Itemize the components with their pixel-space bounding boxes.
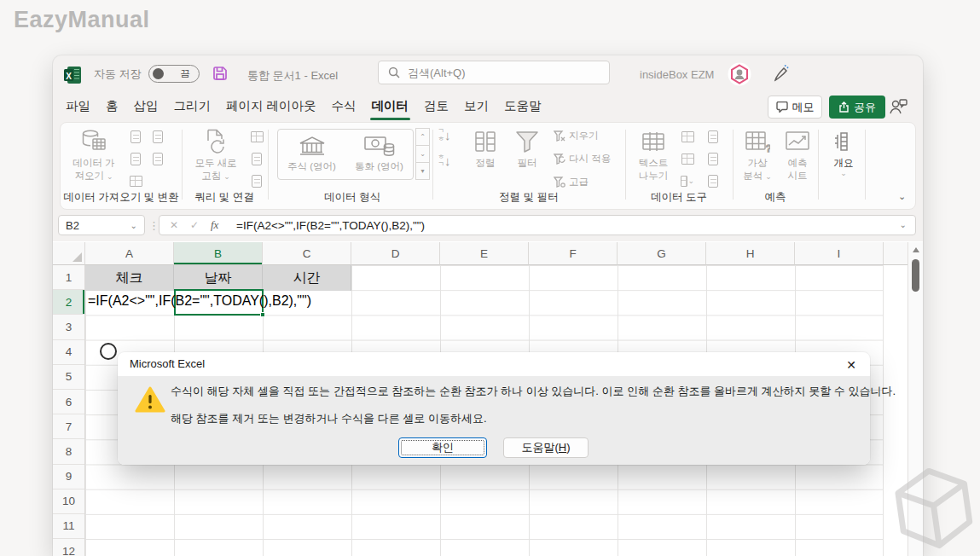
comments-button[interactable]: 메모 bbox=[768, 96, 822, 119]
row-header-3[interactable]: 3 bbox=[53, 315, 84, 339]
row-header-7[interactable]: 7 bbox=[53, 414, 84, 439]
edit-links-icon[interactable] bbox=[250, 174, 264, 188]
row-header-11[interactable]: 11 bbox=[53, 514, 84, 539]
existing-connections-icon[interactable] bbox=[151, 152, 165, 165]
tab-help[interactable]: 도움말 bbox=[502, 96, 543, 119]
help-button[interactable]: 도움말(H) bbox=[503, 437, 589, 458]
row-header-6[interactable]: 6 bbox=[53, 390, 84, 414]
search-input[interactable] bbox=[378, 61, 610, 84]
advanced-filter-button[interactable]: 고급 bbox=[554, 176, 589, 188]
cell-b2-editing-formula[interactable]: =IF(A2<>"",IF(B2="",TODAY(),B2),"") bbox=[88, 293, 311, 309]
relationships-icon[interactable] bbox=[706, 152, 720, 165]
autosave-control[interactable]: 자동 저장 끔 bbox=[94, 65, 200, 83]
gallery-more-button[interactable]: ▾ bbox=[415, 162, 430, 180]
row-header-8[interactable]: 8 bbox=[53, 439, 84, 464]
column-header-e[interactable]: E bbox=[440, 242, 529, 265]
ok-button[interactable]: 확인 bbox=[398, 437, 487, 458]
outline-button[interactable]: 개요 ⌄ bbox=[828, 128, 859, 177]
row-header-12[interactable]: 12 bbox=[53, 539, 84, 556]
tab-formulas[interactable]: 수식 bbox=[330, 96, 358, 119]
cell-c1[interactable]: 시간 bbox=[263, 265, 351, 291]
fill-handle[interactable] bbox=[260, 312, 265, 317]
tab-draw[interactable]: 그리기 bbox=[172, 96, 213, 119]
column-header-d[interactable]: D bbox=[351, 242, 440, 265]
from-table-range-icon[interactable] bbox=[129, 174, 142, 188]
dialog-close-button[interactable]: ✕ bbox=[841, 355, 861, 375]
tab-view[interactable]: 보기 bbox=[462, 96, 490, 119]
column-header-b[interactable]: B bbox=[174, 242, 263, 265]
autosave-toggle[interactable]: 끔 bbox=[148, 65, 200, 83]
recent-sources-icon[interactable] bbox=[151, 130, 165, 143]
forecast-sheet-button[interactable]: 예측 시트 bbox=[779, 128, 816, 182]
remove-duplicates-icon[interactable] bbox=[681, 152, 694, 165]
share-button[interactable]: 공유 bbox=[829, 96, 885, 119]
tab-page-layout[interactable]: 페이지 레이아웃 bbox=[224, 96, 318, 119]
sort-ascending-button[interactable]: ㄱㅎ ↓ bbox=[438, 128, 451, 142]
filter-button[interactable]: 필터 bbox=[507, 128, 547, 170]
row-header-10[interactable]: 10 bbox=[53, 489, 84, 514]
cell-a1[interactable]: 체크 bbox=[85, 265, 174, 291]
formula-bar-expand-chevron[interactable]: ⌄ bbox=[900, 220, 907, 229]
queries-connections-icon[interactable] bbox=[250, 130, 264, 143]
comments-button-label: 메모 bbox=[792, 100, 815, 115]
column-header-h[interactable]: H bbox=[706, 242, 795, 265]
formula-cancel-icon[interactable]: ✕ bbox=[170, 219, 178, 231]
tab-insert[interactable]: 삽입 bbox=[132, 96, 160, 119]
gallery-scroll-up[interactable]: ⌃ bbox=[415, 128, 430, 146]
get-data-button[interactable]: 데이터 가 져오기 ⌄ bbox=[66, 128, 122, 182]
name-box[interactable]: B2 ⌄ bbox=[58, 215, 145, 235]
from-text-csv-icon[interactable] bbox=[129, 130, 142, 143]
scrollbar-thumb[interactable] bbox=[912, 259, 919, 292]
formula-bar-input[interactable]: =IF(A2<>"",IF(B2="",TODAY(),B2),"") bbox=[236, 219, 425, 232]
sort-descending-button[interactable]: ㅎㄱ ↓ bbox=[438, 153, 451, 168]
refresh-all-button[interactable]: 모두 새로 고침 ⌄ bbox=[188, 128, 243, 182]
data-validation-icon[interactable]: ⌄ bbox=[681, 174, 694, 188]
stocks-data-type[interactable]: 주식 (영어) bbox=[278, 130, 345, 179]
consolidate-icon[interactable] bbox=[706, 130, 720, 143]
column-header-f[interactable]: F bbox=[529, 242, 618, 265]
tab-review[interactable]: 검토 bbox=[422, 96, 450, 119]
ink-pen-icon[interactable] bbox=[772, 65, 791, 82]
column-header-g[interactable]: G bbox=[618, 242, 706, 265]
formula-bar: ✕ ✓ fx =IF(A2<>"",IF(B2="",TODAY(),B2),"… bbox=[159, 215, 916, 235]
autosave-state: 끔 bbox=[180, 67, 190, 80]
sort-button[interactable]: 정렬 bbox=[465, 128, 506, 170]
clear-filter-button[interactable]: 지우기 bbox=[554, 130, 599, 142]
select-all-corner[interactable] bbox=[53, 242, 85, 265]
insert-function-icon[interactable]: fx bbox=[211, 218, 218, 232]
text-to-columns-button[interactable]: 텍스트 나누기 bbox=[632, 128, 675, 182]
row-header-5[interactable]: 5 bbox=[53, 365, 84, 390]
people-comment-icon[interactable] bbox=[889, 98, 908, 115]
reapply-filter-button[interactable]: 다시 적용 bbox=[554, 153, 611, 165]
account-avatar[interactable] bbox=[728, 62, 751, 86]
row-header-9[interactable]: 9 bbox=[53, 465, 84, 489]
tab-file[interactable]: 파일 bbox=[64, 96, 92, 119]
save-icon[interactable] bbox=[212, 66, 228, 81]
currency-data-type[interactable]: 통화 (영어) bbox=[345, 130, 413, 179]
ribbon-collapse-chevron[interactable]: ⌄ bbox=[898, 191, 906, 202]
ribbon-tab-bar: 파일 홈 삽입 그리기 페이지 레이아웃 수식 데이터 검토 보기 도움말 bbox=[64, 96, 543, 120]
what-if-analysis-button[interactable]: ? 가상 분석 ⌄ bbox=[738, 128, 777, 182]
row-header-1[interactable]: 1 bbox=[53, 265, 84, 290]
row-header-4[interactable]: 4 bbox=[53, 340, 84, 365]
cell-b1[interactable]: 날짜 bbox=[174, 265, 263, 291]
formula-enter-icon[interactable]: ✓ bbox=[190, 219, 199, 231]
from-web-icon[interactable] bbox=[129, 152, 142, 165]
text-to-columns-label-1: 텍스트 bbox=[639, 157, 669, 170]
tab-data[interactable]: 데이터 bbox=[370, 96, 411, 119]
gallery-scroll-down[interactable]: ⌄ bbox=[415, 145, 430, 163]
column-header-c[interactable]: C bbox=[263, 242, 351, 265]
tab-home[interactable]: 홈 bbox=[104, 96, 120, 119]
group-divider bbox=[268, 130, 269, 200]
properties-icon[interactable] bbox=[250, 152, 264, 165]
outline-label: 개요 bbox=[834, 157, 854, 170]
manage-data-model-icon[interactable] bbox=[706, 174, 720, 188]
flash-fill-icon[interactable] bbox=[681, 130, 694, 143]
search-icon bbox=[388, 67, 400, 78]
column-header-a[interactable]: A bbox=[85, 242, 174, 265]
column-header-i[interactable]: I bbox=[795, 242, 884, 265]
get-data-label-1: 데이터 가 bbox=[72, 157, 114, 170]
outline-icon bbox=[833, 128, 854, 155]
row-header-2[interactable]: 2 bbox=[53, 290, 84, 315]
scroll-up-arrow-icon[interactable] bbox=[912, 246, 920, 253]
